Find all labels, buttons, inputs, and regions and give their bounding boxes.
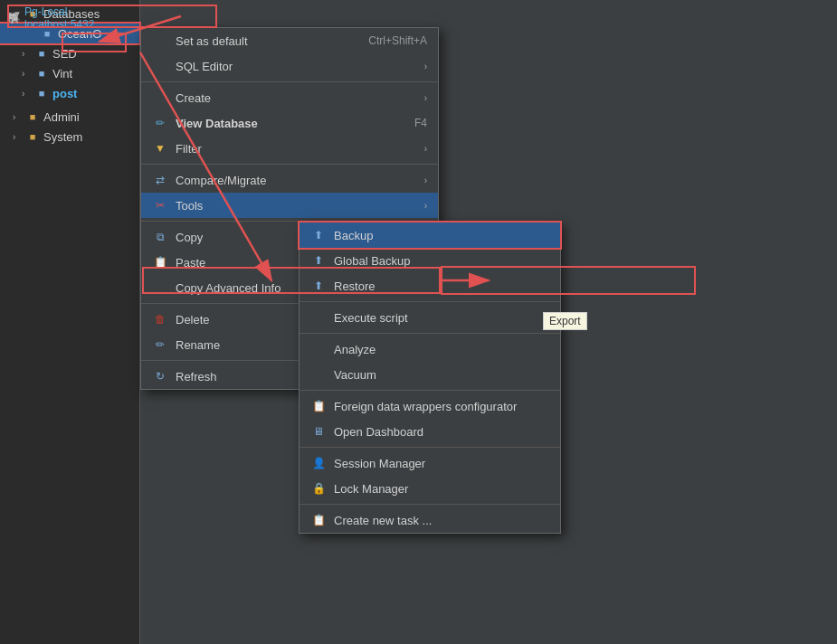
tree-item-system[interactable]: › ■ System [0, 127, 139, 147]
tools-arrow: › [424, 201, 427, 211]
global-backup-label: Global Backup [334, 254, 411, 268]
expand-arrow-system: › [13, 132, 24, 142]
new-task-icon: 📋 [310, 512, 327, 528]
copy-icon: ⧉ [152, 229, 168, 245]
vacuum-label: Vacuum [334, 368, 376, 382]
submenu-restore[interactable]: ⬆ Restore [300, 273, 560, 298]
menu-tools[interactable]: ✂ Tools › [141, 193, 438, 218]
analyze-label: Analyze [334, 343, 376, 356]
menu-create[interactable]: Create › [141, 85, 438, 110]
fdw-icon: 📋 [310, 398, 327, 414]
sql-editor-icon [152, 58, 168, 74]
fdw-label: Foreign data wrappers configurator [334, 400, 517, 413]
expand-arrow-sed: › [22, 49, 33, 59]
view-db-icon: ✏ [152, 115, 168, 131]
submenu-session-manager[interactable]: 👤 Session Manager [300, 450, 560, 476]
view-db-label: View Database [176, 117, 396, 130]
backup-label: Backup [334, 229, 373, 242]
expand-arrow-admin: › [13, 112, 24, 122]
menu-view-database[interactable]: ✏ View Database F4 [141, 110, 438, 136]
folder-icon-admin: ■ [25, 109, 40, 124]
refresh-icon: ↻ [152, 368, 168, 384]
execute-icon [310, 309, 327, 326]
vint-label: Vint [52, 67, 72, 80]
server-label: Pg-Local localhost:5432 [24, 5, 133, 31]
vacuum-icon [310, 366, 327, 383]
menu-compare[interactable]: ⇄ Compare/Migrate › [141, 167, 438, 193]
db-icon-vint: ■ [34, 66, 49, 80]
sub-separator-5 [300, 504, 560, 505]
set-default-icon [152, 33, 168, 49]
menu-sql-editor[interactable]: SQL Editor › [141, 53, 438, 79]
copy-adv-icon [152, 279, 168, 296]
filter-icon: ▼ [152, 140, 168, 156]
sub-separator-3 [300, 390, 560, 391]
db-icon-post: ■ [34, 86, 49, 100]
lock-icon: 🔒 [310, 480, 327, 497]
submenu-vacuum[interactable]: Vacuum [300, 362, 560, 387]
submenu-backup[interactable]: ⬆ Backup [300, 223, 560, 248]
admin-label: Admini [43, 110, 80, 124]
restore-icon: ⬆ [310, 278, 327, 294]
session-label: Session Manager [334, 457, 425, 470]
session-icon: 👤 [310, 455, 327, 471]
db-icon-sed: ■ [34, 46, 49, 61]
restore-label: Restore [334, 279, 376, 293]
dashboard-label: Open Dashboard [334, 425, 423, 439]
set-default-shortcut: Ctrl+Shift+A [368, 34, 427, 47]
tree-item-vint[interactable]: › ■ Vint [0, 63, 139, 83]
folder-icon-system: ■ [25, 129, 40, 144]
tree-item-sed[interactable]: › ■ SED [0, 43, 139, 63]
submenu-new-task[interactable]: 📋 Create new task ... [300, 507, 560, 533]
menu-filter[interactable]: ▼ Filter › [141, 136, 438, 161]
sub-separator-4 [300, 447, 560, 448]
expand-arrow-vint: › [22, 69, 33, 79]
compare-arrow: › [424, 175, 427, 185]
separator-2 [141, 164, 438, 165]
separator-1 [141, 81, 438, 82]
submenu-global-backup[interactable]: ⬆ Global Backup [300, 248, 560, 273]
sed-label: SED [52, 47, 77, 61]
filter-arrow: › [424, 144, 427, 154]
create-arrow: › [424, 93, 427, 103]
submenu-lock-manager[interactable]: 🔒 Lock Manager [300, 476, 560, 501]
tree-item-post[interactable]: › ■ post [0, 83, 139, 103]
menu-set-default[interactable]: Set as default Ctrl+Shift+A [141, 28, 438, 53]
filter-label: Filter [176, 142, 424, 156]
delete-icon: 🗑 [152, 311, 168, 327]
tools-label: Tools [176, 199, 424, 213]
server-title[interactable]: 🐘 Pg-Local localhost:5432 [0, 0, 140, 36]
execute-label: Execute script [334, 311, 408, 325]
lock-label: Lock Manager [334, 482, 408, 496]
paste-icon: 📋 [152, 254, 168, 270]
create-icon [152, 90, 168, 106]
analyze-icon [310, 341, 327, 357]
submenu-analyze[interactable]: Analyze [300, 336, 560, 362]
rename-icon: ✏ [152, 336, 168, 353]
sub-separator-1 [300, 301, 560, 302]
post-label: post [52, 87, 77, 100]
sub-separator-2 [300, 333, 560, 334]
compare-icon: ⇄ [152, 172, 168, 188]
tools-submenu: ⬆ Backup ⬆ Global Backup ⬆ Restore Execu… [299, 222, 561, 534]
sidebar: 🐘 Pg-Local localhost:5432 ▼ ■ Databases … [0, 0, 140, 644]
export-tooltip-label: Export [549, 315, 581, 327]
tree-item-admin[interactable]: › ■ Admini [0, 107, 139, 127]
submenu-dashboard[interactable]: 🖥 Open Dashboard [300, 419, 560, 444]
tools-icon: ✂ [152, 197, 168, 213]
sql-editor-arrow: › [424, 62, 427, 71]
server-icon: 🐘 [7, 12, 21, 24]
expand-arrow-post: › [22, 89, 33, 99]
export-tooltip: Export [543, 312, 587, 330]
sql-editor-label: SQL Editor [176, 60, 424, 73]
submenu-execute-script[interactable]: Execute script [300, 305, 560, 330]
new-task-label: Create new task ... [334, 514, 432, 527]
create-label: Create [176, 91, 424, 105]
backup-icon: ⬆ [310, 227, 327, 243]
view-db-shortcut: F4 [414, 117, 427, 129]
system-label: System [43, 130, 82, 144]
submenu-fdw[interactable]: 📋 Foreign data wrappers configurator [300, 393, 560, 419]
global-backup-icon: ⬆ [310, 252, 327, 269]
dashboard-icon: 🖥 [310, 423, 327, 440]
compare-label: Compare/Migrate [176, 174, 424, 187]
